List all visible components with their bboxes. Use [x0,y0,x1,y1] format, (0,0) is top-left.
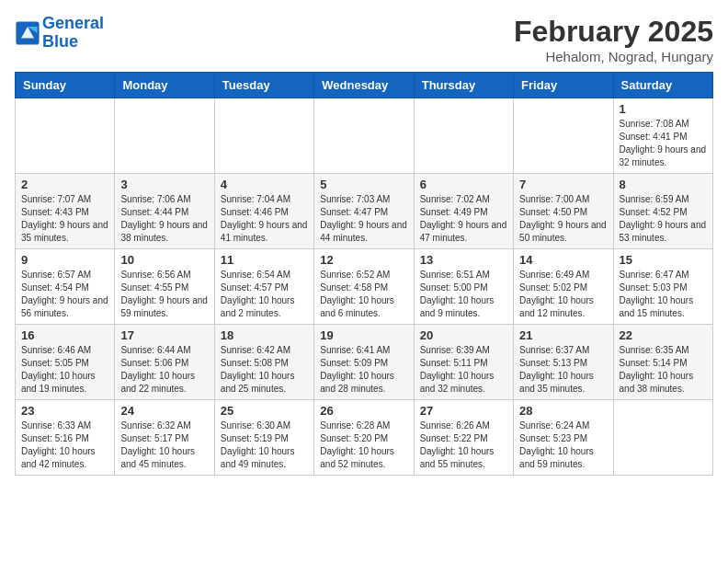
calendar-header-row: SundayMondayTuesdayWednesdayThursdayFrid… [16,73,713,98]
day-number: 26 [320,404,407,418]
col-header-wednesday: Wednesday [314,73,414,98]
day-number: 21 [519,328,607,342]
day-info: Sunrise: 7:08 AM Sunset: 4:41 PM Dayligh… [620,118,707,169]
calendar-table: SundayMondayTuesdayWednesdayThursdayFrid… [15,72,713,476]
calendar-cell: 21Sunrise: 6:37 AM Sunset: 5:13 PM Dayli… [514,325,613,400]
day-info: Sunrise: 6:52 AM Sunset: 4:58 PM Dayligh… [320,269,407,320]
day-number: 17 [120,328,208,342]
calendar-week-4: 16Sunrise: 6:46 AM Sunset: 5:05 PM Dayli… [16,325,713,400]
day-info: Sunrise: 6:35 AM Sunset: 5:14 PM Dayligh… [620,344,707,396]
calendar-cell: 16Sunrise: 6:46 AM Sunset: 5:05 PM Dayli… [16,325,115,400]
logo-icon [15,20,40,46]
day-info: Sunrise: 7:02 AM Sunset: 4:49 PM Dayligh… [420,193,507,245]
calendar-cell: 5Sunrise: 7:03 AM Sunset: 4:47 PM Daylig… [314,174,414,249]
day-number: 12 [320,253,407,267]
day-info: Sunrise: 6:28 AM Sunset: 5:20 PM Dayligh… [320,419,407,471]
day-info: Sunrise: 7:00 AM Sunset: 4:50 PM Dayligh… [519,193,607,245]
day-number: 16 [21,328,108,342]
calendar-cell: 20Sunrise: 6:39 AM Sunset: 5:11 PM Dayli… [414,325,513,400]
calendar-subtitle: Hehalom, Nograd, Hungary [514,49,713,64]
calendar-cell: 18Sunrise: 6:42 AM Sunset: 5:08 PM Dayli… [214,325,313,400]
calendar-cell: 3Sunrise: 7:06 AM Sunset: 4:44 PM Daylig… [115,174,214,249]
calendar-cell: 15Sunrise: 6:47 AM Sunset: 5:03 PM Dayli… [613,249,712,325]
day-info: Sunrise: 7:04 AM Sunset: 4:46 PM Dayligh… [221,193,308,245]
day-info: Sunrise: 6:32 AM Sunset: 5:17 PM Dayligh… [120,419,208,471]
day-info: Sunrise: 6:26 AM Sunset: 5:22 PM Dayligh… [420,419,507,471]
calendar-cell [214,98,313,174]
day-info: Sunrise: 6:49 AM Sunset: 5:02 PM Dayligh… [519,269,607,320]
day-info: Sunrise: 6:44 AM Sunset: 5:06 PM Dayligh… [120,344,208,396]
col-header-tuesday: Tuesday [214,73,313,98]
calendar-cell: 8Sunrise: 6:59 AM Sunset: 4:52 PM Daylig… [613,174,712,249]
day-info: Sunrise: 7:06 AM Sunset: 4:44 PM Dayligh… [120,193,208,245]
day-info: Sunrise: 6:57 AM Sunset: 4:54 PM Dayligh… [21,269,108,320]
calendar-cell: 12Sunrise: 6:52 AM Sunset: 4:58 PM Dayli… [314,249,414,325]
calendar-cell: 4Sunrise: 7:04 AM Sunset: 4:46 PM Daylig… [214,174,313,249]
calendar-cell [16,98,115,174]
calendar-cell: 24Sunrise: 6:32 AM Sunset: 5:17 PM Dayli… [115,400,214,476]
day-number: 7 [519,178,607,191]
calendar-cell: 22Sunrise: 6:35 AM Sunset: 5:14 PM Dayli… [613,325,712,400]
day-number: 20 [420,328,507,342]
day-number: 1 [620,102,707,116]
calendar-week-3: 9Sunrise: 6:57 AM Sunset: 4:54 PM Daylig… [16,249,713,325]
day-number: 6 [420,178,507,191]
calendar-cell: 2Sunrise: 7:07 AM Sunset: 4:43 PM Daylig… [16,174,115,249]
header: GeneralBlue February 2025 Hehalom, Nogra… [15,15,713,64]
calendar-cell [514,98,613,174]
day-number: 27 [420,404,507,418]
calendar-cell: 10Sunrise: 6:56 AM Sunset: 4:55 PM Dayli… [115,249,214,325]
day-number: 22 [620,328,707,342]
calendar-cell: 1Sunrise: 7:08 AM Sunset: 4:41 PM Daylig… [613,98,712,174]
day-info: Sunrise: 6:54 AM Sunset: 4:57 PM Dayligh… [221,269,308,320]
logo: GeneralBlue [15,15,104,52]
day-info: Sunrise: 6:37 AM Sunset: 5:13 PM Dayligh… [519,344,607,396]
day-number: 23 [21,404,108,418]
day-number: 4 [221,178,308,191]
col-header-thursday: Thursday [414,73,513,98]
day-number: 10 [120,253,208,267]
day-number: 24 [120,404,208,418]
day-info: Sunrise: 6:24 AM Sunset: 5:23 PM Dayligh… [519,419,607,471]
col-header-monday: Monday [115,73,214,98]
calendar-week-1: 1Sunrise: 7:08 AM Sunset: 4:41 PM Daylig… [16,98,713,174]
calendar-week-5: 23Sunrise: 6:33 AM Sunset: 5:16 PM Dayli… [16,400,713,476]
day-info: Sunrise: 6:33 AM Sunset: 5:16 PM Dayligh… [21,419,108,471]
title-area: February 2025 Hehalom, Nograd, Hungary [514,15,713,64]
calendar-cell: 9Sunrise: 6:57 AM Sunset: 4:54 PM Daylig… [16,249,115,325]
calendar-cell: 19Sunrise: 6:41 AM Sunset: 5:09 PM Dayli… [314,325,414,400]
day-number: 19 [320,328,407,342]
day-info: Sunrise: 6:46 AM Sunset: 5:05 PM Dayligh… [21,344,108,396]
day-number: 13 [420,253,507,267]
calendar-title: February 2025 [514,15,713,49]
col-header-sunday: Sunday [16,73,115,98]
calendar-cell: 7Sunrise: 7:00 AM Sunset: 4:50 PM Daylig… [514,174,613,249]
day-info: Sunrise: 6:41 AM Sunset: 5:09 PM Dayligh… [320,344,407,396]
day-info: Sunrise: 6:59 AM Sunset: 4:52 PM Dayligh… [620,193,707,245]
day-number: 2 [21,178,108,191]
calendar-cell: 26Sunrise: 6:28 AM Sunset: 5:20 PM Dayli… [314,400,414,476]
day-number: 11 [221,253,308,267]
calendar-cell [115,98,214,174]
calendar-cell: 11Sunrise: 6:54 AM Sunset: 4:57 PM Dayli… [214,249,313,325]
calendar-cell: 13Sunrise: 6:51 AM Sunset: 5:00 PM Dayli… [414,249,513,325]
day-number: 15 [620,253,707,267]
calendar-cell: 28Sunrise: 6:24 AM Sunset: 5:23 PM Dayli… [514,400,613,476]
calendar-cell: 27Sunrise: 6:26 AM Sunset: 5:22 PM Dayli… [414,400,513,476]
day-info: Sunrise: 6:47 AM Sunset: 5:03 PM Dayligh… [620,269,707,320]
day-number: 8 [620,178,707,191]
col-header-friday: Friday [514,73,613,98]
calendar-cell: 14Sunrise: 6:49 AM Sunset: 5:02 PM Dayli… [514,249,613,325]
day-number: 18 [221,328,308,342]
day-info: Sunrise: 6:51 AM Sunset: 5:00 PM Dayligh… [420,269,507,320]
day-info: Sunrise: 6:56 AM Sunset: 4:55 PM Dayligh… [120,269,208,320]
day-number: 3 [120,178,208,191]
logo-text: GeneralBlue [42,15,104,52]
calendar-cell: 17Sunrise: 6:44 AM Sunset: 5:06 PM Dayli… [115,325,214,400]
day-info: Sunrise: 7:07 AM Sunset: 4:43 PM Dayligh… [21,193,108,245]
day-number: 25 [221,404,308,418]
calendar-cell [613,400,712,476]
day-info: Sunrise: 6:39 AM Sunset: 5:11 PM Dayligh… [420,344,507,396]
calendar-cell: 6Sunrise: 7:02 AM Sunset: 4:49 PM Daylig… [414,174,513,249]
day-number: 5 [320,178,407,191]
